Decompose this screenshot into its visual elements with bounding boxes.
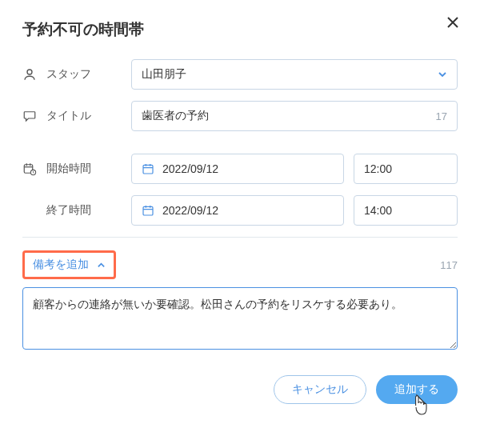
- remarks-toggle-label: 備考を追加: [33, 258, 89, 272]
- modal-title: 予約不可の時間帯: [22, 19, 458, 40]
- remarks-header: 備考を追加 117: [22, 250, 458, 279]
- end-row: 終了時間 2022/09/12 14:00: [22, 195, 458, 226]
- svg-rect-4: [143, 206, 153, 215]
- svg-rect-3: [143, 165, 153, 174]
- chevron-up-icon: [97, 261, 106, 270]
- unavailable-time-modal: 予約不可の時間帯 スタッフ 山田朋子 タイトル: [0, 0, 480, 422]
- footer: キャンセル 追加する: [22, 375, 458, 404]
- title-char-count: 17: [436, 110, 447, 122]
- start-date-input[interactable]: 2022/09/12: [131, 154, 344, 184]
- start-date-value: 2022/09/12: [162, 162, 218, 175]
- staff-label: スタッフ: [46, 67, 131, 82]
- remarks-textarea[interactable]: [22, 287, 458, 350]
- staff-row: スタッフ 山田朋子: [22, 59, 458, 90]
- start-time-value: 12:00: [364, 162, 392, 175]
- title-row: タイトル 歯医者の予約 17: [22, 101, 458, 131]
- remarks-char-count: 117: [440, 259, 458, 271]
- end-date-input[interactable]: 2022/09/12: [131, 195, 344, 226]
- title-input[interactable]: 歯医者の予約 17: [131, 101, 458, 131]
- svg-point-0: [27, 70, 32, 74]
- start-row: 開始時間 2022/09/12 12:00: [22, 154, 458, 184]
- title-input-value: 歯医者の予約: [142, 109, 209, 123]
- staff-select-value: 山田朋子: [142, 67, 186, 82]
- staff-select[interactable]: 山田朋子: [131, 59, 458, 90]
- highlight-annotation: 備考を追加: [22, 250, 116, 279]
- calendar-icon: [142, 204, 154, 217]
- start-label: 開始時間: [46, 162, 131, 176]
- end-time-value: 14:00: [364, 204, 392, 217]
- person-icon: [22, 67, 37, 82]
- end-date-value: 2022/09/12: [162, 204, 218, 217]
- submit-button[interactable]: 追加する: [376, 375, 458, 404]
- end-time-input[interactable]: 14:00: [354, 195, 458, 226]
- close-button[interactable]: [446, 16, 459, 29]
- remarks-toggle[interactable]: 備考を追加: [25, 253, 114, 277]
- divider: [22, 237, 458, 238]
- chevron-down-icon: [438, 70, 447, 79]
- cancel-button[interactable]: キャンセル: [274, 375, 366, 404]
- title-label: タイトル: [46, 109, 131, 123]
- calendar-clock-icon: [22, 162, 37, 176]
- end-label: 終了時間: [46, 203, 131, 218]
- calendar-icon: [142, 162, 154, 175]
- start-time-input[interactable]: 12:00: [354, 154, 458, 184]
- comment-icon: [22, 109, 37, 123]
- close-icon: [446, 16, 459, 29]
